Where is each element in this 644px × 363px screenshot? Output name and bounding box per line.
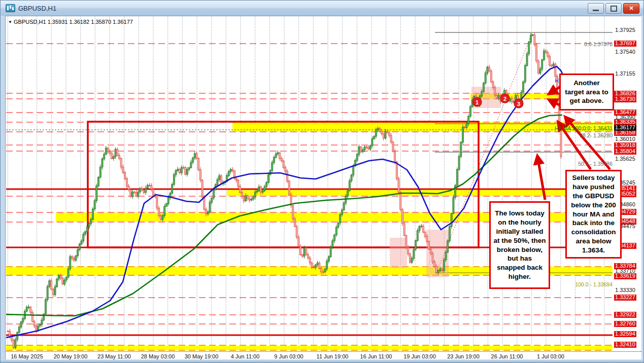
candle-body [551,65,552,66]
fib-label: 0.0-1.37878 [584,41,613,47]
candle-body [156,197,158,208]
candle-body [539,69,541,73]
candle-body [430,249,431,253]
candle-body [366,147,367,148]
candle-body [322,272,324,272]
candle-body [335,227,337,235]
candle-body [141,189,143,190]
candle-body [207,212,209,214]
candle-body [451,213,452,227]
candle-body [466,124,467,127]
candle-body [88,224,90,227]
candle-body [301,255,303,256]
symbol-ohlc-header[interactable]: ▼ GBPUSD,H1 1.35931 1.36182 1.35870 1.36… [8,19,133,25]
candle-body [543,51,545,60]
candle-body [275,154,277,157]
candle-body [133,192,135,193]
candle-body [58,276,59,279]
candle-body [247,196,248,199]
candle-body [60,276,61,278]
candle-body [532,35,533,35]
candle-body [83,234,84,241]
candle-body [277,153,279,154]
candle-body [324,269,326,272]
close-button[interactable]: ✕ [623,3,639,14]
candle-body [296,227,297,237]
candle-body [523,82,524,92]
candle-body [258,187,260,191]
candle-body [319,263,320,269]
candle-body [79,244,80,249]
candle-body [371,139,373,146]
candle-body [303,248,305,256]
price-axis-label: 1.35804 [614,149,636,155]
candle-body [232,169,233,171]
candle-body [555,64,556,76]
candle-body [487,67,488,73]
candle-body [28,307,29,307]
candle-body [292,206,294,219]
candle-body [306,248,307,255]
candle-body [149,185,150,186]
candle-body [86,227,88,232]
candle-body [190,162,192,168]
candle-body [298,237,299,246]
candle-body [128,186,129,190]
candle-body [192,158,194,162]
time-axis-label: 9 Jun 03:00 [274,353,303,359]
candle-body [392,142,394,151]
candle-body [249,199,250,200]
maximize-button[interactable] [605,3,622,14]
candle-body [196,154,197,159]
candle-body [434,262,435,266]
candle-body [413,249,415,259]
candle-body [311,263,313,268]
note-sellers: Sellers today have pushed the GBPUSD bel… [565,170,622,259]
time-axis-label: 11 Jun 19:00 [317,353,349,359]
candle-body [549,56,551,65]
price-chart[interactable] [6,16,613,351]
candle-body [167,197,169,203]
candle-body [162,215,163,220]
candle-body [124,172,126,178]
price-axis-label: 1.36010 [615,136,635,142]
candle-body [183,167,184,168]
candle-body [340,214,341,223]
time-axis-label: 23 May 11:00 [97,353,131,359]
candle-body [99,167,101,177]
candle-body [458,156,460,169]
candle-body [94,201,95,209]
minimize-button[interactable] [588,3,604,14]
candle-body [496,95,497,98]
title-bar[interactable]: GBPUSD,H1 ✕ [1,1,643,16]
candle-body [132,192,133,197]
number-marker-1: 1 [472,97,482,107]
time-axis-label: 28 May 03:00 [141,353,175,359]
candle-body [64,280,65,284]
candle-body [300,246,301,255]
candle-body [326,261,328,269]
candle-body [152,189,154,195]
candle-body [537,61,539,73]
candle-body [31,312,33,321]
candle-body [274,157,275,162]
candle-body [358,147,360,155]
candle-body [81,241,82,244]
candle-body [92,209,93,220]
candle-body [105,148,107,154]
candle-body [321,268,322,272]
time-axis-label: 26 Jun 11:00 [491,353,523,359]
candle-body [118,155,120,158]
candle-body [422,226,424,232]
candle-body [253,197,254,199]
candle-body [403,224,405,235]
fib-label: 100.0 - 1.33694 [575,281,613,287]
price-axis-label: 1.36730 [614,96,636,102]
candle-body [117,149,118,155]
candle-body [217,179,218,185]
candle-body [385,131,386,138]
candle-body [360,147,362,152]
candle-body [368,147,369,149]
candle-body [71,257,73,258]
candle-body [536,45,537,61]
